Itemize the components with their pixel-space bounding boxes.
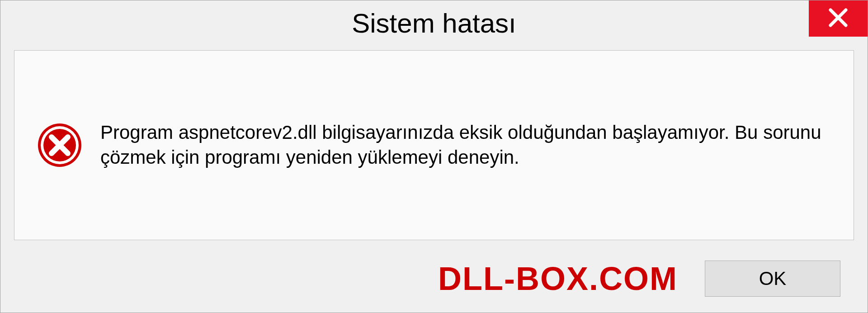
content-area: Program aspnetcorev2.dll bilgisayarınızd… — [14, 50, 854, 240]
dialog-title: Sistem hatası — [352, 8, 516, 39]
close-icon — [827, 6, 849, 31]
titlebar: Sistem hatası — [0, 0, 868, 46]
footer: DLL-BOX.COM OK — [0, 245, 868, 313]
error-dialog: Sistem hatası Program aspnetcorev2.dll b… — [0, 0, 868, 313]
error-message: Program aspnetcorev2.dll bilgisayarınızd… — [100, 120, 831, 170]
error-icon — [37, 123, 82, 168]
watermark-text: DLL-BOX.COM — [438, 260, 678, 297]
ok-button[interactable]: OK — [705, 261, 840, 297]
close-button[interactable] — [809, 0, 868, 37]
ok-button-label: OK — [759, 268, 787, 289]
